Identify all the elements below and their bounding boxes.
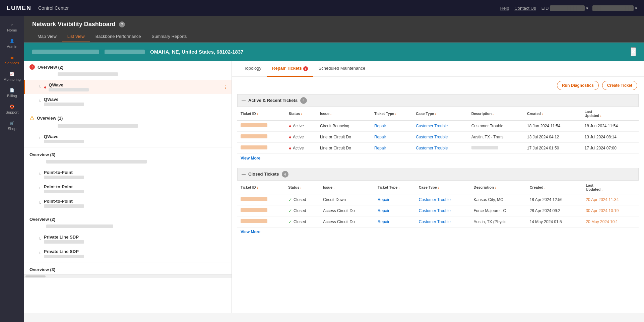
ticket-type-link-1[interactable]: Repair xyxy=(374,124,386,128)
closed-ticket-id-2[interactable] xyxy=(237,205,285,216)
closed-case-type-link-2[interactable]: Customer Trouble xyxy=(419,208,451,213)
active-ticket-row-1: ●Active Circuit Bouncing Repair Customer… xyxy=(237,120,639,131)
closed-case-type-3: Customer Trouble xyxy=(415,216,470,227)
service-row-qwave-3[interactable]: └ QWave xyxy=(24,131,232,146)
col-last-updated-active[interactable]: LastUpdated↓ xyxy=(581,107,639,121)
case-type-link-2[interactable]: Customer Trouble xyxy=(416,135,448,139)
col-ticket-id-active[interactable]: Ticket ID↓ xyxy=(237,107,285,121)
closed-ticket-type-link-3[interactable]: Repair xyxy=(378,219,389,224)
col-description-closed[interactable]: Description↓ xyxy=(470,181,526,194)
active-issue-2: Line or Circuit Do xyxy=(317,131,371,142)
close-banner-button[interactable]: × xyxy=(631,47,636,56)
service-row-pls-1[interactable]: └ Private Line SDP xyxy=(24,232,232,246)
col-ticket-id-closed[interactable]: Ticket ID↓ xyxy=(237,181,285,194)
closed-issue-1: Circuit Down xyxy=(320,194,374,205)
user-dropdown-icon[interactable]: ▾ xyxy=(635,6,637,11)
closed-created-2: 28 Apr 2024 09:2 xyxy=(526,205,583,216)
horizontal-scrollbar[interactable] xyxy=(24,274,232,278)
col-last-updated-closed[interactable]: LastUpdated↓ xyxy=(582,181,639,194)
active-tickets-section: — Active & Recent Tickets 4 Ticket ID↓ S… xyxy=(237,94,639,163)
right-panel-tabs: Topology Repair Tickets! Scheduled Maint… xyxy=(232,61,644,77)
service-row-p2p-3[interactable]: └ Point-to-Point xyxy=(24,196,232,210)
active-ticket-id-2[interactable] xyxy=(237,131,285,142)
sidebar-item-support[interactable]: 🛟 Support xyxy=(0,101,24,118)
help-link[interactable]: Help xyxy=(500,6,509,11)
case-type-link-1[interactable]: Customer Trouble xyxy=(416,124,448,128)
col-description-active[interactable]: Description↓ xyxy=(468,107,524,121)
col-issue-closed[interactable]: Issue↓ xyxy=(320,181,374,194)
active-status-dot-3: ● xyxy=(289,145,292,151)
blur-4 xyxy=(46,224,113,228)
run-diagnostics-button[interactable]: Run Diagnostics xyxy=(557,81,599,90)
service-name-1: QWave xyxy=(49,82,89,87)
tab-list-view[interactable]: List View xyxy=(62,31,90,42)
closed-tickets-view-more[interactable]: View More xyxy=(237,228,639,236)
sidebar-home-label: Home xyxy=(7,28,17,32)
warning-indicator: ⚠ xyxy=(29,115,34,121)
tab-scheduled-maintenance[interactable]: Scheduled Maintenance xyxy=(313,61,371,77)
closed-tickets-header[interactable]: — Closed Tickets 4 xyxy=(237,168,639,181)
shop-icon: 🛒 xyxy=(10,121,14,125)
col-ticket-type-closed[interactable]: Ticket Type↓ xyxy=(374,181,415,194)
col-case-type-active[interactable]: Case Type↓ xyxy=(412,107,468,121)
tab-topology[interactable]: Topology xyxy=(239,61,267,77)
sidebar-item-admin[interactable]: 👤 Admin xyxy=(0,36,24,52)
tab-map-view[interactable]: Map View xyxy=(32,31,62,42)
tree-branch-icon-4: └ xyxy=(39,173,41,177)
main-content: Network Visibility Dashboard ? Map View … xyxy=(24,16,644,322)
overview-section-5: Overview (3) xyxy=(24,264,232,274)
closed-ticket-type-link-2[interactable]: Repair xyxy=(378,208,389,213)
sidebar-item-billing[interactable]: 📄 Billing xyxy=(0,85,24,101)
service-row-p2p-2[interactable]: └ Point-to-Point xyxy=(24,182,232,196)
more-options-btn-1[interactable]: ⋮ xyxy=(223,84,228,90)
active-tickets-view-more[interactable]: View More xyxy=(237,154,639,163)
service-row-p2p-1[interactable]: └ Point-to-Point xyxy=(24,167,232,182)
case-type-link-3[interactable]: Customer Trouble xyxy=(416,146,448,150)
closed-status-1: ✓Closed xyxy=(285,194,320,205)
tree-branch-icon-3: └ xyxy=(39,137,41,141)
eid-dropdown-icon[interactable]: ▾ xyxy=(586,6,588,11)
ticket-type-link-3[interactable]: Repair xyxy=(374,146,386,150)
hscroll-thumb[interactable] xyxy=(25,275,46,277)
help-icon[interactable]: ? xyxy=(119,21,125,27)
active-ticket-id-3[interactable] xyxy=(237,142,285,153)
closed-issue-3: Access Circuit Do xyxy=(320,216,374,227)
service-name-6: Point-to-Point xyxy=(44,199,84,204)
col-created-closed[interactable]: Created↓ xyxy=(526,181,583,194)
closed-case-type-link-3[interactable]: Customer Trouble xyxy=(419,219,451,224)
divider-1 xyxy=(24,110,232,110)
sidebar-admin-label: Admin xyxy=(7,45,17,49)
sidebar-item-shop[interactable]: 🛒 Shop xyxy=(0,118,24,134)
service-row-pls-2[interactable]: └ Private Line SDP xyxy=(24,246,232,261)
col-issue-active[interactable]: Issue↓ xyxy=(317,107,371,121)
tab-summary-reports[interactable]: Summary Reports xyxy=(146,31,192,42)
col-ticket-type-active[interactable]: Ticket Type↓ xyxy=(371,107,412,121)
sidebar-item-home[interactable]: ⌂ Home xyxy=(0,19,24,36)
tab-backbone-performance[interactable]: Backbone Performance xyxy=(90,31,146,42)
col-case-type-closed[interactable]: Case Type↓ xyxy=(415,181,470,194)
contact-us-link[interactable]: Contact Us xyxy=(514,6,536,11)
create-ticket-button[interactable]: Create Ticket xyxy=(602,81,637,90)
closed-case-type-link-1[interactable]: Customer Trouble xyxy=(419,197,451,202)
sidebar-item-monitoring[interactable]: 📈 Monitoring xyxy=(0,68,24,85)
service-row-qwave-1[interactable]: └ ● QWave ⋮ xyxy=(24,80,232,94)
closed-ticket-id-3[interactable] xyxy=(237,216,285,227)
overview-label-2: Overview (1) xyxy=(37,116,63,121)
active-tickets-header[interactable]: — Active & Recent Tickets 4 xyxy=(237,94,639,107)
active-ticket-id-1[interactable] xyxy=(237,120,285,131)
service-row-qwave-2[interactable]: └ QWave xyxy=(24,94,232,109)
closed-description-2: Force Majeure - C xyxy=(470,205,526,216)
closed-ticket-id-1[interactable] xyxy=(237,194,285,205)
tab-repair-tickets[interactable]: Repair Tickets! xyxy=(267,61,313,77)
location-banner-left: OMAHA, NE, United States, 68102-1837 xyxy=(32,49,243,55)
overview-detail-blur-4 xyxy=(24,224,232,232)
closed-ticket-type-link-1[interactable]: Repair xyxy=(378,197,389,202)
closed-ticket-type-3: Repair xyxy=(374,216,415,227)
blur-3 xyxy=(46,160,147,164)
ticket-type-link-2[interactable]: Repair xyxy=(374,135,386,139)
col-status-closed[interactable]: Status↓ xyxy=(285,181,320,194)
col-created-active[interactable]: Created↓ xyxy=(524,107,581,121)
divider-3 xyxy=(24,212,232,212)
col-status-active[interactable]: Status↓ xyxy=(285,107,317,121)
sidebar-item-services[interactable]: ☰ Services xyxy=(0,52,24,68)
